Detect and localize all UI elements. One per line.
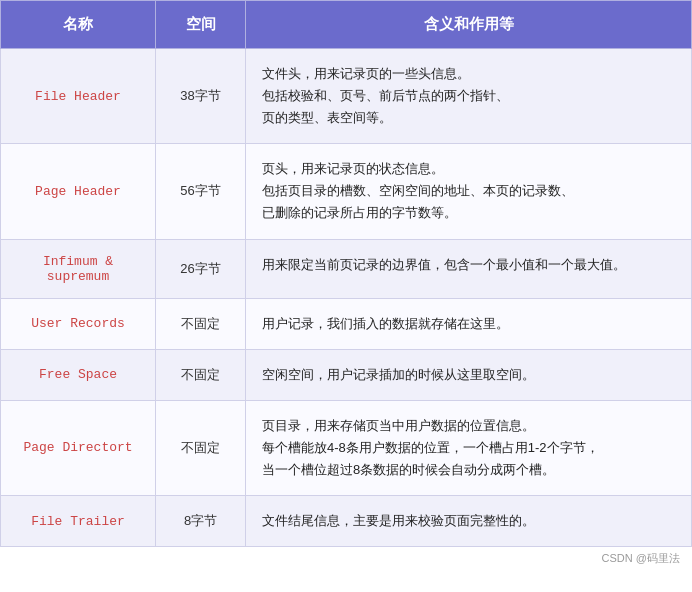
header-space: 空间 <box>156 1 246 49</box>
table-row: User Records不固定用户记录，我们插入的数据就存储在这里。 <box>1 298 692 349</box>
row-desc-cell: 页头，用来记录页的状态信息。包括页目录的槽数、空闲空间的地址、本页的记录数、已删… <box>246 144 692 239</box>
watermark: CSDN @码里法 <box>0 547 692 570</box>
row-name-cell: Infimum & supremum <box>1 239 156 298</box>
row-name-cell: Free Space <box>1 349 156 400</box>
row-name-cell: File Trailer <box>1 496 156 547</box>
row-desc-cell: 空闲空间，用户记录插加的时候从这里取空间。 <box>246 349 692 400</box>
row-desc-cell: 文件结尾信息，主要是用来校验页面完整性的。 <box>246 496 692 547</box>
table-row: Page Header56字节页头，用来记录页的状态信息。包括页目录的槽数、空闲… <box>1 144 692 239</box>
table-row: Infimum & supremum26字节用来限定当前页记录的边界值，包含一个… <box>1 239 692 298</box>
header-name: 名称 <box>1 1 156 49</box>
header-meaning: 含义和作用等 <box>246 1 692 49</box>
row-space-cell: 不固定 <box>156 349 246 400</box>
row-desc-cell: 用户记录，我们插入的数据就存储在这里。 <box>246 298 692 349</box>
row-space-cell: 56字节 <box>156 144 246 239</box>
main-table-container: 名称 空间 含义和作用等 File Header38字节文件头，用来记录页的一些… <box>0 0 692 570</box>
row-space-cell: 不固定 <box>156 298 246 349</box>
row-space-cell: 38字节 <box>156 49 246 144</box>
row-space-cell: 8字节 <box>156 496 246 547</box>
table-row: File Trailer8字节文件结尾信息，主要是用来校验页面完整性的。 <box>1 496 692 547</box>
row-space-cell: 不固定 <box>156 400 246 495</box>
row-name-cell: Page Header <box>1 144 156 239</box>
row-name-cell: File Header <box>1 49 156 144</box>
table-row: Free Space不固定空闲空间，用户记录插加的时候从这里取空间。 <box>1 349 692 400</box>
table-row: Page Directort不固定页目录，用来存储页当中用户数据的位置信息。每个… <box>1 400 692 495</box>
row-desc-cell: 用来限定当前页记录的边界值，包含一个最小值和一个最大值。 <box>246 239 692 298</box>
row-space-cell: 26字节 <box>156 239 246 298</box>
row-name-cell: Page Directort <box>1 400 156 495</box>
data-table: 名称 空间 含义和作用等 File Header38字节文件头，用来记录页的一些… <box>0 0 692 547</box>
row-desc-cell: 页目录，用来存储页当中用户数据的位置信息。每个槽能放4-8条用户数据的位置，一个… <box>246 400 692 495</box>
table-row: File Header38字节文件头，用来记录页的一些头信息。包括校验和、页号、… <box>1 49 692 144</box>
row-desc-cell: 文件头，用来记录页的一些头信息。包括校验和、页号、前后节点的两个指针、页的类型、… <box>246 49 692 144</box>
table-header-row: 名称 空间 含义和作用等 <box>1 1 692 49</box>
row-name-cell: User Records <box>1 298 156 349</box>
